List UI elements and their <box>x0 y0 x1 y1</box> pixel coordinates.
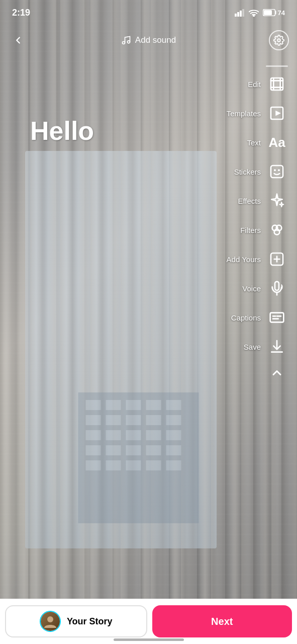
svg-rect-13 <box>86 415 101 425</box>
svg-rect-18 <box>86 430 101 440</box>
svg-rect-3 <box>242 9 244 17</box>
effects-label: Effects <box>238 197 261 205</box>
filters-icon <box>266 219 288 241</box>
svg-rect-36 <box>271 78 283 90</box>
captions-icon <box>266 306 288 329</box>
svg-rect-31 <box>146 460 161 470</box>
next-button[interactable]: Next <box>152 605 292 637</box>
toolbar-item-templates[interactable]: Templates <box>223 99 292 127</box>
toolbar-item-add-yours[interactable]: Add Yours <box>223 245 292 273</box>
toolbar-item-filters[interactable]: Filters <box>236 216 292 244</box>
chevron-up-icon <box>270 366 284 380</box>
building-bg <box>50 382 227 523</box>
save-icon <box>266 336 288 358</box>
svg-point-45 <box>278 169 280 171</box>
voice-icon <box>266 277 288 299</box>
toolbar-item-save[interactable]: Save <box>240 333 292 361</box>
svg-rect-15 <box>126 415 141 425</box>
svg-rect-11 <box>146 400 161 410</box>
templates-label: Templates <box>227 109 261 118</box>
svg-rect-24 <box>106 445 121 455</box>
svg-point-44 <box>274 169 276 171</box>
svg-rect-6 <box>264 10 272 15</box>
svg-rect-9 <box>106 400 121 410</box>
svg-rect-0 <box>235 14 237 17</box>
right-toolbar: Edit Templates Text Aa Stickers <box>223 65 292 384</box>
captions-label: Captions <box>231 313 261 322</box>
text-icon: Aa <box>266 131 288 153</box>
svg-rect-7 <box>78 392 199 523</box>
svg-rect-21 <box>146 430 161 440</box>
svg-rect-17 <box>166 415 181 425</box>
back-button[interactable] <box>8 30 28 50</box>
toolbar-item-stickers[interactable]: Stickers <box>230 157 292 186</box>
status-icons: 74 <box>235 9 285 17</box>
wifi-icon <box>249 9 259 17</box>
svg-point-33 <box>122 42 125 44</box>
svg-rect-29 <box>106 460 121 470</box>
svg-rect-27 <box>166 445 181 455</box>
svg-rect-14 <box>106 415 121 425</box>
svg-rect-16 <box>146 415 161 425</box>
toolbar-item-text[interactable]: Text Aa <box>243 128 292 156</box>
battery-icon: 74 <box>263 9 285 17</box>
svg-rect-23 <box>86 445 101 455</box>
signal-icon <box>235 9 245 17</box>
avatar <box>41 612 60 631</box>
text-label: Text <box>247 138 261 147</box>
collapse-button[interactable] <box>266 362 288 384</box>
svg-rect-26 <box>146 445 161 455</box>
svg-rect-22 <box>166 430 181 440</box>
svg-rect-28 <box>86 460 101 470</box>
svg-marker-42 <box>275 111 281 116</box>
svg-rect-32 <box>166 460 181 470</box>
your-story-label: Your Story <box>67 616 113 627</box>
add-yours-icon <box>266 248 288 270</box>
svg-point-4 <box>253 16 254 17</box>
save-label: Save <box>244 343 261 351</box>
toolbar-item-captions[interactable]: Captions <box>227 303 292 332</box>
svg-rect-2 <box>240 11 242 17</box>
settings-button[interactable] <box>269 30 289 50</box>
voice-label: Voice <box>242 284 261 293</box>
templates-icon <box>266 102 288 124</box>
filters-label: Filters <box>240 226 261 234</box>
svg-rect-25 <box>126 445 141 455</box>
svg-point-34 <box>127 41 130 43</box>
svg-rect-19 <box>106 430 121 440</box>
svg-rect-30 <box>126 460 141 470</box>
status-bar: 2:19 74 <box>0 0 297 25</box>
toolbar-item-voice[interactable]: Voice <box>238 274 292 302</box>
status-time: 2:19 <box>12 8 30 18</box>
avatar-container <box>40 611 61 632</box>
your-story-button[interactable]: Your Story <box>5 605 147 637</box>
add-yours-label: Add Yours <box>227 255 261 264</box>
svg-rect-20 <box>126 430 141 440</box>
bottom-bar: Your Story Next <box>0 599 297 644</box>
effects-icon <box>266 190 288 212</box>
home-indicator <box>114 638 184 641</box>
gear-icon <box>273 35 284 46</box>
toolbar-item-edit[interactable]: Edit <box>244 70 292 98</box>
add-sound-label: Add sound <box>135 35 176 45</box>
edit-label: Edit <box>248 80 261 89</box>
music-icon <box>121 35 131 45</box>
toolbar-item-effects[interactable]: Effects <box>234 187 292 215</box>
top-bar: Add sound <box>0 25 297 55</box>
edit-icon <box>266 73 288 95</box>
svg-point-58 <box>47 616 53 622</box>
svg-rect-10 <box>126 400 141 410</box>
hello-overlay-text: Hello <box>30 116 94 146</box>
next-label: Next <box>211 616 233 627</box>
svg-rect-12 <box>166 400 181 410</box>
stickers-icon <box>266 160 288 183</box>
svg-rect-43 <box>271 166 283 178</box>
stickers-label: Stickers <box>234 168 261 176</box>
add-sound-button[interactable]: Add sound <box>121 35 176 45</box>
svg-point-35 <box>277 39 280 42</box>
toolbar-divider <box>266 65 288 67</box>
svg-rect-1 <box>237 12 239 17</box>
svg-rect-8 <box>86 400 101 410</box>
svg-rect-53 <box>270 313 284 323</box>
